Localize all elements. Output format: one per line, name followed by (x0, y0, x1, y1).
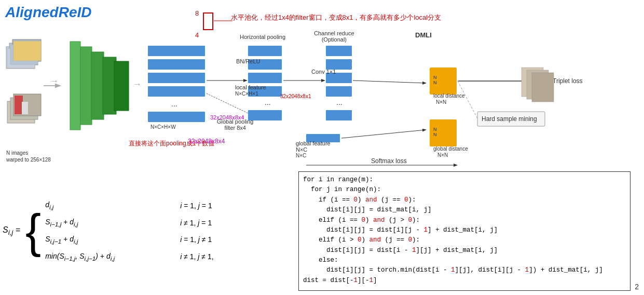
math-brace: { (25, 208, 41, 254)
svg-text:N: N (433, 132, 437, 137)
annotation-global-dim: 32x2048x8x4 (188, 138, 225, 145)
label-num8: 8 (195, 9, 199, 17)
svg-rect-3 (7, 48, 35, 68)
label-channel-reduce: Channel reduce(Optional) (314, 30, 354, 43)
svg-text:N: N (433, 80, 437, 85)
math-case-1: di,j i = 1, j = 1 (45, 200, 213, 210)
svg-text:→: → (49, 76, 59, 86)
svg-rect-1 (9, 43, 38, 65)
svg-text:...: ... (171, 100, 177, 108)
label-global-pool: Global poolingfilter 8x4 (217, 118, 253, 131)
label-conv: Conv 1×1 (311, 69, 336, 75)
svg-rect-28 (248, 73, 282, 83)
label-local-dim2: 32x2048x8x1 (280, 93, 311, 99)
math-case-4: min(Si−1,j, Si,j−1) + di,j i ≠ 1, j ≠ 1, (45, 252, 213, 262)
svg-rect-22 (148, 86, 205, 97)
svg-rect-10 (22, 102, 28, 114)
svg-text:→: → (132, 79, 142, 89)
svg-rect-60 (522, 68, 543, 97)
svg-text:N: N (433, 127, 437, 132)
page-number: 2 (635, 283, 639, 291)
svg-rect-16 (103, 57, 116, 114)
svg-rect-66 (203, 13, 213, 30)
code-block: for i in range(m): for j in range(n): if… (298, 171, 631, 291)
svg-rect-21 (148, 73, 205, 83)
svg-rect-19 (148, 46, 205, 56)
svg-text:global distance: global distance (433, 146, 468, 152)
svg-rect-54 (477, 112, 545, 126)
svg-rect-5 (13, 41, 41, 61)
svg-text:local distance: local distance (433, 93, 465, 99)
svg-rect-44 (430, 68, 457, 95)
svg-text:N×N: N×N (436, 99, 446, 105)
svg-rect-37 (326, 110, 352, 120)
svg-rect-17 (114, 61, 129, 111)
svg-rect-49 (430, 119, 457, 146)
label-global-feat: global featureN×C N×C (296, 140, 331, 158)
svg-text:...: ... (265, 98, 271, 106)
label-bnrelu: BN/ReLU (236, 58, 260, 64)
svg-rect-32 (326, 46, 352, 56)
svg-rect-24 (148, 112, 205, 122)
label-hpool: Horizontal pooling (240, 34, 285, 40)
svg-rect-33 (326, 59, 352, 70)
svg-rect-9 (15, 96, 23, 114)
svg-rect-15 (91, 52, 104, 119)
svg-line-41 (353, 81, 426, 83)
svg-rect-26 (248, 46, 282, 56)
label-n-images: N imageswarped to 256×128 (6, 150, 51, 163)
page-title: AlignedReID (5, 4, 91, 21)
svg-text:N: N (433, 75, 437, 80)
svg-rect-35 (326, 86, 352, 97)
svg-rect-6 (7, 101, 35, 123)
svg-rect-62 (532, 73, 554, 102)
svg-rect-14 (80, 47, 92, 125)
svg-text:DMLI: DMLI (415, 31, 432, 39)
label-num4: 4 (195, 31, 199, 39)
annotation-top: 水平池化，经过1x4的filter窗口，变成8x1，有多高就有多少个local分… (231, 13, 441, 22)
svg-text:...: ... (336, 98, 342, 106)
svg-rect-8 (13, 94, 41, 116)
svg-rect-13 (70, 42, 80, 130)
svg-rect-0 (6, 47, 35, 69)
svg-text:Softmax loss: Softmax loss (371, 157, 407, 165)
math-block: Si,j = { di,j i = 1, j = 1 Si−1,j + di,j… (3, 171, 293, 291)
svg-text:N×C×H×W: N×C×H×W (150, 124, 176, 130)
svg-line-42 (341, 130, 426, 138)
svg-rect-20 (148, 59, 205, 70)
svg-line-58 (458, 81, 477, 118)
svg-rect-7 (10, 98, 38, 119)
math-case-2: Si−1,j + di,j i ≠ 1, j = 1 (45, 218, 213, 227)
svg-text:N×N: N×N (437, 152, 448, 158)
svg-rect-61 (527, 70, 549, 99)
svg-rect-4 (10, 45, 38, 64)
svg-text:Hard sample mining: Hard sample mining (482, 115, 537, 123)
math-case-3: Si,j−1 + di,j i = 1, j ≠ 1 (45, 235, 213, 245)
label-local-feature: local feature N×C×H×1 (235, 84, 266, 97)
math-cases: di,j i = 1, j = 1 Si−1,j + di,j i ≠ 1, j… (45, 200, 213, 261)
svg-text:Triplet loss: Triplet loss (553, 77, 583, 85)
math-lhs: Si,j = (3, 225, 20, 236)
svg-rect-2 (12, 39, 41, 61)
